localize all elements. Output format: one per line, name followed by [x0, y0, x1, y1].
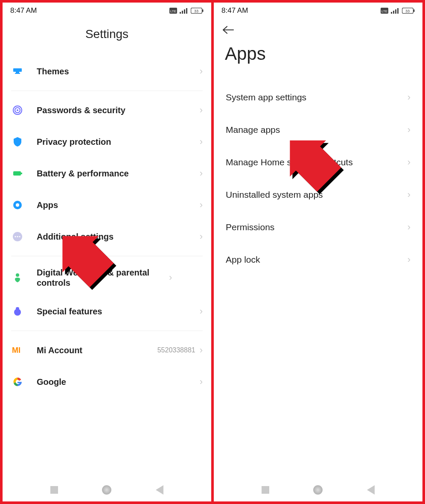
row-battery[interactable]: Battery & performance › — [3, 158, 211, 189]
battery-icon: 33 — [191, 8, 204, 14]
row-passwords[interactable]: Passwords & security › — [3, 94, 211, 126]
themes-icon — [11, 65, 24, 78]
chevron-right-icon: › — [200, 105, 203, 116]
row-label: Digital Wellbeing & parental controls — [37, 267, 169, 288]
chevron-right-icon: › — [200, 66, 203, 77]
apps-list: System app settings › Manage apps › Mana… — [214, 81, 422, 478]
row-label: Themes — [37, 66, 200, 76]
row-uninstalled-system-apps[interactable]: Uninstalled system apps › — [214, 179, 422, 211]
nav-bar — [214, 478, 422, 501]
svg-text:LTE: LTE — [170, 9, 176, 13]
nav-recent-button[interactable] — [50, 486, 58, 494]
svg-point-18 — [16, 203, 19, 207]
row-app-lock[interactable]: App lock › — [214, 243, 422, 276]
svg-rect-5 — [186, 8, 187, 14]
status-time: 8:47 AM — [10, 6, 37, 15]
special-icon — [11, 305, 24, 318]
row-system-app-settings[interactable]: System app settings › — [214, 81, 422, 114]
row-label: Manage apps — [226, 125, 408, 135]
chevron-right-icon: › — [408, 157, 410, 168]
chevron-right-icon: › — [200, 376, 203, 387]
status-bar: 8:47 AM LTE 33 — [214, 3, 422, 19]
row-themes[interactable]: Themes › — [3, 56, 211, 87]
svg-rect-15 — [13, 171, 21, 176]
settings-list: Themes › Passwords & security › Privacy … — [3, 56, 211, 478]
nav-recent-button[interactable] — [262, 486, 269, 494]
row-miaccount[interactable]: MI Mi Account 5520338881 › — [3, 334, 211, 366]
row-label: Additional settings — [37, 231, 200, 242]
divider — [11, 91, 203, 91]
row-label: Special features — [37, 306, 200, 316]
row-apps[interactable]: Apps › — [3, 189, 211, 221]
svg-point-14 — [17, 109, 18, 111]
nav-bar — [3, 478, 211, 501]
chevron-right-icon: › — [408, 92, 410, 103]
divider — [11, 331, 203, 331]
chevron-right-icon: › — [169, 272, 172, 283]
row-special[interactable]: Special features › — [3, 296, 211, 327]
lte-icon: LTE — [381, 8, 388, 14]
row-additional[interactable]: Additional settings › — [3, 221, 211, 252]
svg-rect-2 — [180, 12, 181, 14]
row-label: Manage Home screen shortcuts — [226, 157, 408, 167]
svg-text:LTE: LTE — [381, 9, 387, 13]
battery-icon: 33 — [402, 8, 415, 14]
svg-rect-3 — [182, 11, 183, 14]
status-bar: 8:47 AM LTE 33 — [3, 3, 211, 19]
back-arrow-icon — [222, 26, 234, 34]
nav-back-button[interactable] — [156, 485, 163, 495]
row-label: Google — [37, 377, 200, 387]
row-wellbeing[interactable]: Digital Wellbeing & parental controls › — [3, 260, 211, 296]
svg-rect-9 — [13, 68, 22, 72]
row-label: Uninstalled system apps — [226, 190, 408, 200]
row-manage-home-shortcuts[interactable]: Manage Home screen shortcuts › — [214, 146, 422, 179]
lte-icon: LTE — [169, 8, 177, 14]
divider — [11, 256, 203, 256]
nav-home-button[interactable] — [102, 485, 111, 495]
svg-rect-11 — [15, 73, 20, 74]
mi-icon: MI — [11, 344, 24, 357]
row-label: App lock — [226, 255, 408, 265]
svg-point-25 — [14, 309, 21, 316]
more-icon — [11, 230, 24, 243]
chevron-right-icon: › — [408, 254, 410, 265]
wellbeing-icon — [11, 271, 24, 284]
svg-rect-29 — [391, 12, 392, 14]
signal-icon — [391, 8, 399, 14]
row-label: Passwords & security — [37, 105, 200, 115]
chevron-right-icon: › — [408, 124, 410, 135]
chevron-right-icon: › — [408, 189, 410, 200]
page-title: Apps — [214, 36, 422, 81]
row-label: Privacy protection — [37, 137, 200, 147]
mi-account-number: 5520338881 — [157, 346, 195, 354]
svg-point-21 — [17, 236, 18, 237]
fingerprint-icon — [11, 104, 24, 117]
row-manage-apps[interactable]: Manage apps › — [214, 114, 422, 146]
status-time: 8:47 AM — [221, 6, 248, 15]
svg-rect-10 — [16, 72, 19, 73]
svg-text:33: 33 — [405, 9, 410, 13]
svg-rect-7 — [202, 9, 204, 12]
row-label: Battery & performance — [37, 168, 200, 179]
svg-point-20 — [15, 236, 16, 237]
svg-rect-16 — [21, 173, 22, 174]
row-label: Mi Account — [37, 345, 157, 355]
chevron-right-icon: › — [200, 199, 203, 211]
apps-icon — [11, 199, 24, 211]
nav-home-button[interactable] — [313, 485, 323, 495]
row-permissions[interactable]: Permissions › — [214, 211, 422, 243]
row-google[interactable]: Google › — [3, 366, 211, 398]
row-privacy[interactable]: Privacy protection › — [3, 126, 211, 158]
chevron-right-icon: › — [408, 222, 410, 233]
svg-rect-4 — [184, 9, 185, 14]
signal-icon — [180, 8, 188, 14]
svg-rect-31 — [395, 9, 396, 14]
svg-rect-34 — [413, 9, 415, 12]
nav-back-button[interactable] — [367, 485, 375, 495]
chevron-right-icon: › — [200, 231, 203, 242]
svg-point-22 — [19, 236, 20, 237]
back-button[interactable] — [214, 19, 422, 36]
chevron-right-icon: › — [200, 345, 203, 356]
battery-perf-icon — [11, 167, 24, 180]
chevron-right-icon: › — [200, 306, 203, 317]
